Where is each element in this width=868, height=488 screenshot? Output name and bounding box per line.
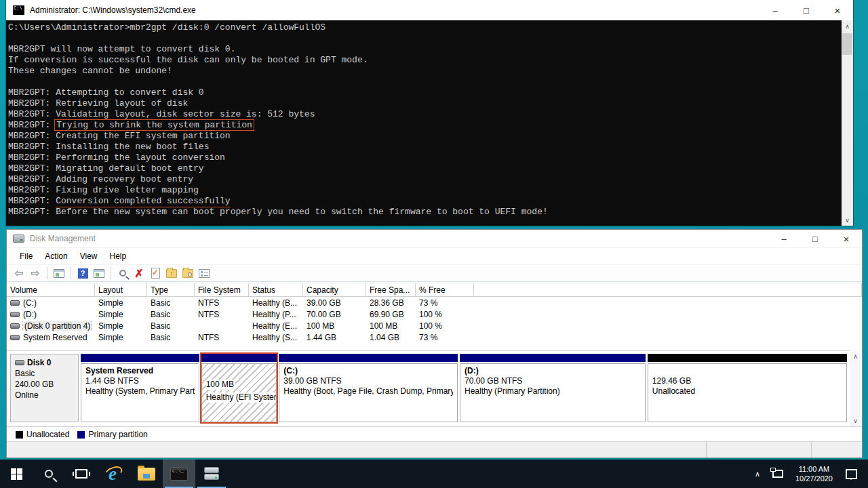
console-line: MBR2GPT: Performing the layout conversio… bbox=[8, 152, 842, 163]
dm-maximize-button[interactable]: □ bbox=[800, 230, 831, 247]
tray-chevron-icon[interactable]: ∧ bbox=[749, 470, 766, 479]
partition-block[interactable]: (C:)39.00 GB NTFSHealthy (Boot, Page Fil… bbox=[279, 354, 458, 422]
command-prompt-icon bbox=[170, 467, 188, 481]
disk0-panel[interactable]: Disk 0 Basic 240.00 GB Online bbox=[10, 354, 79, 422]
properties-list-icon bbox=[199, 269, 210, 278]
menu-action[interactable]: Action bbox=[39, 249, 73, 263]
partition-block[interactable]: 129.46 GBUnallocated bbox=[648, 354, 847, 422]
cmd-minimize-button[interactable]: – bbox=[760, 0, 791, 20]
console-tree-button[interactable] bbox=[52, 266, 66, 280]
table-row[interactable]: (C:)SimpleBasicNTFSHealthy (B...39.00 GB… bbox=[7, 297, 862, 308]
help-button[interactable]: ? bbox=[76, 266, 90, 280]
column-header[interactable]: Volume bbox=[7, 283, 95, 296]
table-cell: 28.36 GB bbox=[366, 298, 416, 308]
legend-swatch bbox=[77, 431, 85, 439]
disk-management-taskbar-button[interactable] bbox=[195, 460, 228, 488]
cmd-scrollbar[interactable]: ∧ ∨ bbox=[842, 20, 853, 226]
column-header[interactable]: Status bbox=[249, 283, 303, 296]
properties-button[interactable] bbox=[197, 266, 211, 280]
partition-legend: UnallocatedPrimary partition bbox=[7, 426, 862, 442]
dm-minimize-button[interactable]: – bbox=[768, 230, 800, 247]
table-cell: Healthy (S... bbox=[249, 333, 303, 342]
search-button[interactable] bbox=[33, 460, 65, 488]
rescan-disks-button[interactable] bbox=[116, 266, 130, 280]
menu-view[interactable]: View bbox=[74, 249, 104, 263]
volume-icon bbox=[10, 312, 20, 317]
partitions-track: System Reserved1.44 GB NTFSHealthy (Syst… bbox=[81, 354, 847, 422]
partition-body: (D:)70.00 GB NTFSHealthy (Primary Partit… bbox=[460, 363, 646, 422]
scroll-up-icon[interactable]: ∧ bbox=[850, 350, 861, 362]
partition-block[interactable]: System Reserved1.44 GB NTFSHealthy (Syst… bbox=[81, 354, 199, 422]
column-header[interactable]: Capacity bbox=[303, 283, 366, 296]
console-line: C:\Users\Administrator>mbr2gpt /disk:0 /… bbox=[8, 22, 842, 33]
cmd-app-icon bbox=[13, 5, 24, 15]
scroll-down-icon[interactable]: ∨ bbox=[850, 415, 861, 426]
internet-explorer-icon: e bbox=[104, 464, 123, 483]
cmd-window: Administrator: C:\Windows\system32\cmd.e… bbox=[6, 0, 853, 226]
column-header[interactable]: Free Spa... bbox=[366, 283, 416, 296]
start-button[interactable] bbox=[0, 460, 33, 488]
table-row[interactable]: (D:)SimpleBasicNTFSHealthy (P...70.00 GB… bbox=[7, 308, 862, 320]
cmd-scrollbar-thumb[interactable] bbox=[842, 33, 852, 55]
dm-close-button[interactable]: × bbox=[831, 230, 862, 247]
table-cell: 1.04 GB bbox=[366, 333, 416, 342]
check-volume-button[interactable]: ✓ bbox=[149, 266, 162, 280]
delete-volume-button[interactable]: ✗ bbox=[132, 266, 146, 280]
clock-date: 10/27/2020 bbox=[795, 474, 833, 483]
clock[interactable]: 11:00 AM 10/27/2020 bbox=[789, 464, 839, 483]
cmd-maximize-button[interactable]: □ bbox=[791, 0, 822, 20]
table-cell: Basic bbox=[147, 298, 195, 308]
partition-color-bar bbox=[648, 354, 847, 362]
cmd-close-button[interactable]: × bbox=[822, 0, 853, 20]
table-cell: 70.00 GB bbox=[303, 310, 366, 319]
partition-detail: 129.46 GB bbox=[652, 376, 842, 386]
explore-button[interactable] bbox=[181, 266, 195, 280]
scroll-up-icon[interactable]: ∧ bbox=[842, 20, 853, 32]
back-button[interactable]: ⇦ bbox=[12, 266, 26, 280]
statusbar-section bbox=[7, 442, 707, 458]
table-cell: Simple bbox=[95, 333, 147, 342]
console-line: MBR2GPT: Attempting to convert disk 0 bbox=[8, 87, 842, 98]
action-center-icon[interactable] bbox=[846, 469, 857, 479]
dm-scrollbar[interactable]: ∧ ∨ bbox=[850, 350, 861, 426]
table-row[interactable]: System ReservedSimpleBasicNTFSHealthy (S… bbox=[7, 331, 862, 343]
column-header[interactable]: Layout bbox=[95, 283, 147, 296]
menu-help[interactable]: Help bbox=[104, 249, 133, 263]
internet-explorer-button[interactable]: e bbox=[98, 460, 130, 488]
partition-detail: Healthy (System, Primary Partiti bbox=[85, 386, 195, 396]
network-icon[interactable] bbox=[772, 470, 783, 478]
file-explorer-button[interactable] bbox=[130, 460, 163, 488]
menu-file[interactable]: File bbox=[14, 249, 39, 263]
partition-detail: Healthy (Primary Partition) bbox=[465, 386, 641, 396]
table-cell: 39.00 GB bbox=[303, 298, 366, 308]
task-view-button[interactable] bbox=[65, 460, 98, 488]
table-row[interactable]: (Disk 0 partition 4)SimpleBasicHealthy (… bbox=[7, 320, 862, 331]
toolbar-separator bbox=[71, 267, 71, 279]
column-header[interactable]: Type bbox=[147, 283, 195, 296]
column-header[interactable]: % Free bbox=[416, 283, 474, 296]
partition-block[interactable]: (D:)70.00 GB NTFSHealthy (Primary Partit… bbox=[460, 354, 646, 422]
disk-management-window: Disk Management – □ × FileActionViewHelp… bbox=[6, 229, 863, 458]
partition-block[interactable]: 100 MBHealthy (EFI Systen bbox=[201, 354, 277, 422]
console-line: MBR2GPT will now attempt to convert disk… bbox=[8, 44, 842, 55]
volume-label: System Reserved bbox=[23, 333, 87, 342]
table-cell: Healthy (B... bbox=[249, 298, 303, 308]
partition-detail: Healthy (EFI Systen bbox=[206, 392, 277, 403]
table-cell: NTFS bbox=[195, 310, 249, 319]
action-pane-button[interactable] bbox=[92, 266, 106, 280]
disk-drive-icon bbox=[203, 466, 220, 481]
table-cell: Healthy (E... bbox=[249, 321, 303, 331]
open-button[interactable]: ↑ bbox=[165, 266, 178, 280]
volume-table-header: VolumeLayoutTypeFile SystemStatusCapacit… bbox=[7, 283, 862, 297]
partition-color-bar bbox=[201, 354, 277, 362]
column-header[interactable]: File System bbox=[195, 283, 249, 296]
table-cell: 100 % bbox=[416, 321, 474, 331]
console-line: MBR2GPT: Creating the EFI system partiti… bbox=[8, 131, 842, 142]
volume-label: (C:) bbox=[23, 298, 37, 308]
cmd-taskbar-button[interactable] bbox=[163, 460, 195, 488]
system-tray: ∧ 11:00 AM 10/27/2020 bbox=[749, 460, 868, 488]
forward-button[interactable]: ⇨ bbox=[28, 266, 42, 280]
scroll-down-icon[interactable]: ∨ bbox=[842, 214, 853, 226]
volume-cell: (D:) bbox=[7, 310, 95, 319]
cmd-window-title: Administrator: C:\Windows\system32\cmd.e… bbox=[30, 5, 196, 15]
